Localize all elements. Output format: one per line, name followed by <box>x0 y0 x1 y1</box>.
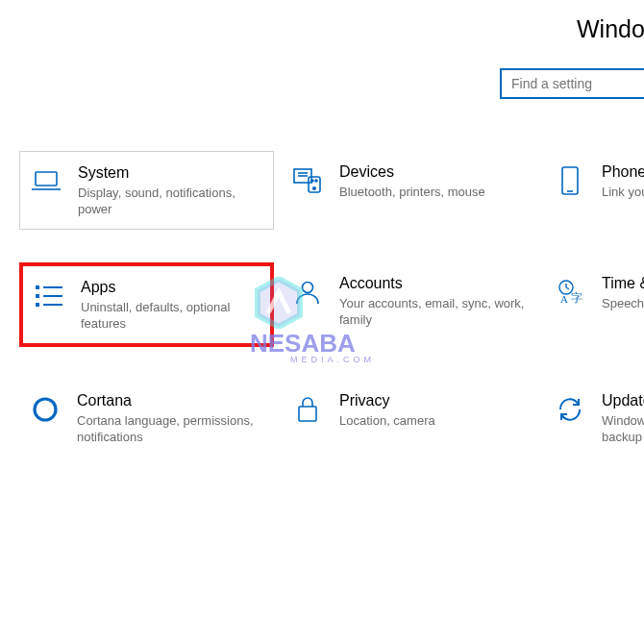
apps-list-icon <box>33 280 65 312</box>
tile-desc: Cortana language, permissions, notificat… <box>77 412 264 445</box>
tile-desc: Link your Android, iPhone <box>602 184 644 200</box>
svg-rect-16 <box>43 304 62 306</box>
svg-point-8 <box>315 180 317 182</box>
search-container <box>500 68 644 99</box>
svg-rect-12 <box>36 294 39 298</box>
accounts-icon <box>291 276 324 309</box>
devices-icon <box>291 164 324 197</box>
svg-point-17 <box>303 283 313 293</box>
svg-point-6 <box>313 187 316 190</box>
tile-privacy[interactable]: Privacy Location, camera <box>282 380 536 457</box>
tile-title: Apps <box>81 278 260 297</box>
tile-time-language[interactable]: A 字 Time & Language Speech, region, date <box>544 262 644 347</box>
svg-line-20 <box>566 287 569 289</box>
tile-apps[interactable]: Apps Uninstall, defaults, optional featu… <box>19 262 274 347</box>
svg-point-23 <box>35 399 56 420</box>
tile-desc: Speech, region, date <box>602 295 644 311</box>
tile-title: System <box>78 163 263 183</box>
svg-rect-14 <box>43 286 62 288</box>
tile-desc: Uninstall, defaults, optional features <box>81 299 260 332</box>
tile-desc: Windows Update, recovery, backup <box>602 412 644 445</box>
svg-text:字: 字 <box>571 291 582 305</box>
tile-update-security[interactable]: Update & Security Windows Update, recove… <box>544 380 644 457</box>
lock-icon <box>291 393 324 426</box>
phone-icon <box>554 164 586 197</box>
tile-desc: Location, camera <box>339 412 527 429</box>
svg-rect-15 <box>43 295 62 297</box>
tile-title: Devices <box>339 162 527 182</box>
sync-icon <box>554 393 586 426</box>
tile-title: Privacy <box>339 391 527 410</box>
svg-rect-11 <box>36 285 39 289</box>
tile-cortana[interactable]: Cortana Cortana language, permissions, n… <box>19 380 274 457</box>
svg-point-7 <box>311 180 313 182</box>
tile-desc: Your accounts, email, sync, work, family <box>339 295 527 328</box>
tile-title: Accounts <box>339 274 527 293</box>
header: Windows Settings <box>0 0 644 43</box>
svg-rect-9 <box>562 167 578 194</box>
search-input[interactable] <box>500 68 644 99</box>
tile-title: Phone <box>602 162 644 182</box>
tile-system[interactable]: System Display, sound, notifications, po… <box>19 151 274 230</box>
tile-phone[interactable]: Phone Link your Android, iPhone <box>544 151 644 230</box>
svg-rect-13 <box>36 303 39 307</box>
tile-devices[interactable]: Devices Bluetooth, printers, mouse <box>282 151 536 230</box>
cortana-icon <box>29 393 62 426</box>
svg-rect-24 <box>299 407 316 421</box>
svg-rect-0 <box>36 172 57 186</box>
tile-title: Update & Security <box>602 391 644 410</box>
tile-desc: Bluetooth, printers, mouse <box>339 184 527 200</box>
tile-title: Time & Language <box>602 274 644 293</box>
laptop-icon <box>30 165 62 198</box>
tile-title: Cortana <box>77 391 264 410</box>
tile-desc: Display, sound, notifications, power <box>78 185 263 217</box>
page-title: Windows Settings <box>577 15 644 43</box>
settings-grid: System Display, sound, notifications, po… <box>19 151 644 457</box>
svg-text:A: A <box>560 293 568 305</box>
time-language-icon: A 字 <box>554 276 586 309</box>
tile-accounts[interactable]: Accounts Your accounts, email, sync, wor… <box>282 262 536 347</box>
